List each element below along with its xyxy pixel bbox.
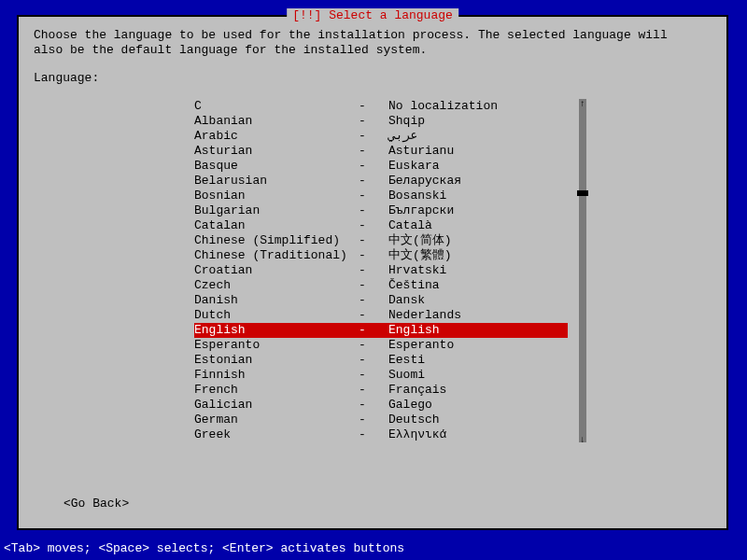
language-name: Czech bbox=[194, 278, 359, 293]
separator: - bbox=[359, 233, 388, 248]
language-native: Nederlands bbox=[388, 308, 568, 323]
language-item[interactable]: Esperanto-Esperanto bbox=[194, 338, 568, 353]
language-item[interactable]: Czech-Čeština bbox=[194, 278, 568, 293]
separator: - bbox=[359, 338, 388, 353]
language-item[interactable]: Catalan-Català bbox=[194, 218, 568, 233]
separator: - bbox=[359, 293, 388, 308]
scroll-down-icon[interactable]: ↓ bbox=[577, 433, 588, 444]
language-name: English bbox=[194, 323, 359, 338]
separator: - bbox=[359, 353, 388, 368]
language-name: Chinese (Simplified) bbox=[194, 233, 359, 248]
language-name: Greek bbox=[194, 427, 359, 442]
language-native: 中文(简体) bbox=[388, 233, 568, 248]
language-name: Dutch bbox=[194, 308, 359, 323]
language-native: No localization bbox=[388, 99, 568, 114]
separator: - bbox=[359, 203, 388, 218]
separator: - bbox=[359, 218, 388, 233]
footer-hint: <Tab> moves; <Space> selects; <Enter> ac… bbox=[4, 541, 404, 556]
language-native: Deutsch bbox=[388, 413, 568, 427]
language-native: 中文(繁體) bbox=[388, 248, 568, 263]
language-native: English bbox=[388, 323, 568, 338]
language-item[interactable]: Basque-Euskara bbox=[194, 159, 568, 174]
language-native: Dansk bbox=[388, 293, 568, 308]
language-item[interactable]: German-Deutsch bbox=[194, 413, 568, 427]
language-item[interactable]: Chinese (Simplified)-中文(简体) bbox=[194, 233, 568, 248]
go-back-button[interactable]: <Go Back> bbox=[63, 497, 129, 511]
language-native: Беларуская bbox=[388, 174, 568, 189]
language-item[interactable]: Bosnian-Bosanski bbox=[194, 189, 568, 203]
language-item[interactable]: Asturian-Asturianu bbox=[194, 144, 568, 159]
language-name: French bbox=[194, 383, 359, 398]
separator: - bbox=[359, 278, 388, 293]
separator: - bbox=[359, 144, 388, 159]
language-native: Esperanto bbox=[388, 338, 568, 353]
separator: - bbox=[359, 174, 388, 189]
language-native: Asturianu bbox=[388, 144, 568, 159]
language-dialog: [!!] Select a language Choose the langua… bbox=[17, 15, 728, 530]
language-prompt: Language: bbox=[34, 71, 712, 86]
language-native: Hrvatski bbox=[388, 263, 568, 278]
language-name: Bosnian bbox=[194, 189, 359, 203]
language-native: Suomi bbox=[388, 368, 568, 383]
language-name: Belarusian bbox=[194, 174, 359, 189]
language-item[interactable]: Galician-Galego bbox=[194, 398, 568, 413]
instruction-text: Choose the language to be used for the i… bbox=[34, 28, 712, 58]
language-item[interactable]: Arabic-عربي bbox=[194, 129, 568, 144]
language-name: Esperanto bbox=[194, 338, 359, 353]
language-name: Estonian bbox=[194, 353, 359, 368]
language-name: Croatian bbox=[194, 263, 359, 278]
language-item[interactable]: Bulgarian-Български bbox=[194, 203, 568, 218]
language-item[interactable]: Dutch-Nederlands bbox=[194, 308, 568, 323]
language-item[interactable]: Estonian-Eesti bbox=[194, 353, 568, 368]
separator: - bbox=[359, 323, 388, 338]
language-item[interactable]: C-No localization bbox=[194, 99, 568, 114]
language-name: C bbox=[194, 99, 359, 114]
language-name: Bulgarian bbox=[194, 203, 359, 218]
language-item[interactable]: Belarusian-Беларуская bbox=[194, 174, 568, 189]
language-item[interactable]: Albanian-Shqip bbox=[194, 114, 568, 129]
language-name: Asturian bbox=[194, 144, 359, 159]
separator: - bbox=[359, 248, 388, 263]
language-native: Català bbox=[388, 218, 568, 233]
language-native: Ελληνικά bbox=[388, 427, 568, 442]
language-item[interactable]: Danish-Dansk bbox=[194, 293, 568, 308]
separator: - bbox=[359, 398, 388, 413]
separator: - bbox=[359, 427, 388, 442]
language-item[interactable]: Finnish-Suomi bbox=[194, 368, 568, 383]
language-name: Chinese (Traditional) bbox=[194, 248, 359, 263]
language-native: Български bbox=[388, 203, 568, 218]
language-native: Shqip bbox=[388, 114, 568, 129]
language-native: Eesti bbox=[388, 353, 568, 368]
language-native: Bosanski bbox=[388, 189, 568, 203]
language-native: Čeština bbox=[388, 278, 568, 293]
language-native: Français bbox=[388, 383, 568, 398]
separator: - bbox=[359, 413, 388, 427]
separator: - bbox=[359, 263, 388, 278]
separator: - bbox=[359, 129, 388, 144]
language-native: Galego bbox=[388, 398, 568, 413]
language-native: Euskara bbox=[388, 159, 568, 174]
language-name: Danish bbox=[194, 293, 359, 308]
language-name: Catalan bbox=[194, 218, 359, 233]
separator: - bbox=[359, 99, 388, 114]
separator: - bbox=[359, 189, 388, 203]
language-item[interactable]: Croatian-Hrvatski bbox=[194, 263, 568, 278]
language-item[interactable]: English-English bbox=[194, 323, 568, 338]
language-name: German bbox=[194, 413, 359, 427]
language-item[interactable]: Chinese (Traditional)-中文(繁體) bbox=[194, 248, 568, 263]
language-name: Finnish bbox=[194, 368, 359, 383]
language-native: عربي bbox=[388, 129, 568, 144]
dialog-title: [!!] Select a language bbox=[287, 8, 458, 23]
language-name: Basque bbox=[194, 159, 359, 174]
scrollbar-thumb[interactable] bbox=[577, 190, 588, 196]
separator: - bbox=[359, 114, 388, 129]
language-item[interactable]: French-Français bbox=[194, 383, 568, 398]
scrollbar-track[interactable] bbox=[579, 99, 586, 442]
language-list[interactable]: C-No localizationAlbanian-ShqipArabic-عر… bbox=[194, 99, 568, 442]
scroll-up-icon[interactable]: ↑ bbox=[577, 97, 588, 108]
separator: - bbox=[359, 368, 388, 383]
language-name: Galician bbox=[194, 398, 359, 413]
separator: - bbox=[359, 383, 388, 398]
separator: - bbox=[359, 159, 388, 174]
language-item[interactable]: Greek-Ελληνικά bbox=[194, 427, 568, 442]
